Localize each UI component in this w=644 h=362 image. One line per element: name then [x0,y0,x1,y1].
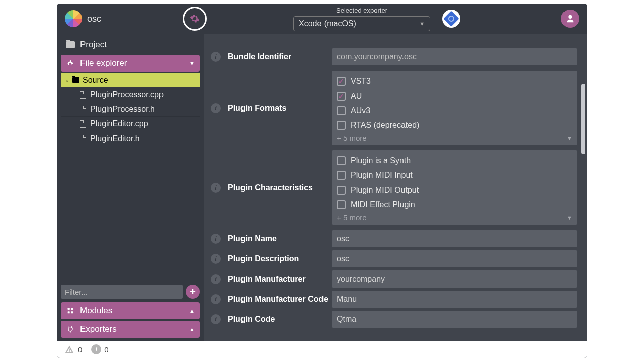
bundle-id-label: Bundle Identifier [221,52,332,61]
scrollbar[interactable] [581,84,585,154]
sidebar-item-project[interactable]: Project [61,36,200,53]
folder-icon [66,41,75,48]
tree-file[interactable]: PluginProcessor.cpp [61,87,200,102]
svg-rect-2 [72,63,73,64]
info-icon[interactable]: i [211,294,221,304]
file-icon [80,135,86,142]
chevron-down-icon: ▼ [567,135,572,141]
expand-more[interactable]: + 5 more ▼ [337,212,572,223]
svg-rect-0 [70,61,71,62]
checkbox-row[interactable]: Plugin MIDI Output [337,183,572,197]
project-label: Project [80,40,107,50]
exporter-label: Selected exporter [336,7,387,14]
main-panel: i Bundle Identifier i Plugin Formats VST… [204,34,587,341]
filter-input[interactable] [61,285,183,299]
plugin-characteristics-label: Plugin Characteristics [221,183,332,192]
checkbox-icon [337,156,346,165]
gear-icon [190,14,200,24]
checkbox-icon [337,186,346,195]
exporter-block: Selected exporter Xcode (macOS) ▼ [293,7,430,31]
exporters-section[interactable]: Exporters ▲ [61,321,200,338]
chevron-up-icon: ▲ [189,326,195,332]
checkbox-icon [337,106,346,115]
xcode-icon [443,11,459,26]
tree-icon [66,59,75,67]
svg-rect-5 [68,311,70,313]
exporters-label: Exporters [80,324,184,334]
plugin-manufacturer-code-label: Plugin Manufacturer Code [221,295,332,304]
info-icon[interactable]: i [211,274,221,284]
info-icon[interactable]: i [211,254,221,264]
chevron-up-icon: ▲ [189,308,195,314]
svg-rect-3 [68,308,70,310]
info-icon[interactable]: i [211,52,221,62]
tree-folder-source[interactable]: ⌄ Source [61,73,200,87]
project-logo-group: osc [65,10,101,27]
info-icon[interactable]: i [211,314,221,324]
file-icon [80,91,86,99]
user-icon [565,13,576,24]
folder-icon [72,77,79,83]
exporter-select[interactable]: Xcode (macOS) ▼ [293,16,430,31]
plugin-description-label: Plugin Description [221,254,332,263]
info-icon[interactable]: i [211,103,221,113]
expand-more[interactable]: + 5 more ▼ [337,132,572,143]
warning-icon[interactable] [64,344,75,354]
checkbox-row[interactable]: MIDI Effect Plugin [337,197,572,212]
checkbox-row[interactable]: VST3 [337,74,572,88]
checkbox-row[interactable]: AUv3 [337,103,572,118]
checkbox-icon [337,92,346,101]
plugin-manufacturer-input[interactable] [332,270,577,288]
plugin-name-label: Plugin Name [221,234,332,243]
settings-button[interactable] [183,7,207,31]
svg-rect-6 [71,311,73,313]
info-icon[interactable]: i [91,344,101,354]
checkbox-row[interactable]: RTAS (deprecated) [337,118,572,132]
tree-file[interactable]: PluginProcessor.h [61,102,200,117]
checkbox-row[interactable]: Plugin is a Synth [337,153,572,168]
plus-icon: + [190,286,196,298]
app-logo-icon [65,10,82,27]
plugin-code-label: Plugin Code [221,315,332,324]
checkbox-icon [337,171,346,180]
plugin-code-input[interactable] [332,311,577,328]
checkbox-icon [337,200,346,209]
chevron-down-icon: ▼ [419,21,425,27]
export-ide-button[interactable] [442,10,460,28]
plugin-formats-group: VST3 AU AUv3 RTAS (deprecated) + 5 more … [332,71,577,145]
account-button[interactable] [561,10,579,28]
plugin-description-input[interactable] [332,250,577,267]
modules-section[interactable]: Modules ▲ [61,302,200,319]
info-icon[interactable]: i [211,234,221,244]
bundle-id-input[interactable] [332,48,577,65]
exporter-value: Xcode (macOS) [299,19,356,28]
file-tree: ⌄ Source PluginProcessor.cpp PluginProce… [61,73,200,146]
plugin-name-input[interactable] [332,230,577,247]
add-button[interactable]: + [186,285,200,299]
header: osc Selected exporter Xcode (macOS) ▼ [57,4,587,34]
chevron-down-icon: ▼ [567,215,572,221]
svg-rect-4 [71,308,73,310]
plugin-manufacturer-label: Plugin Manufacturer [221,275,332,284]
file-explorer-section[interactable]: File explorer ▼ [61,55,200,72]
sidebar: Project File explorer ▼ ⌄ Source Plu [57,34,204,341]
checkbox-row[interactable]: AU [337,88,572,103]
svg-rect-7 [69,349,70,351]
file-icon [80,106,86,113]
modules-icon [66,307,75,315]
tree-file[interactable]: PluginEditor.h [61,131,200,146]
project-name: osc [87,14,101,24]
tree-file[interactable]: PluginEditor.cpp [61,117,200,131]
checkbox-row[interactable]: Plugin MIDI Input [337,168,572,183]
plugin-characteristics-group: Plugin is a Synth Plugin MIDI Input Plug… [332,150,577,225]
modules-label: Modules [80,306,184,316]
plugin-manufacturer-code-input[interactable] [332,291,577,308]
info-count: 0 [104,345,108,354]
chevron-down-icon: ▼ [189,60,195,66]
source-label: Source [83,76,108,85]
file-icon [80,120,86,128]
plug-icon [66,325,75,333]
warning-count: 0 [78,345,82,354]
checkbox-icon [337,77,346,86]
info-icon[interactable]: i [211,183,221,193]
